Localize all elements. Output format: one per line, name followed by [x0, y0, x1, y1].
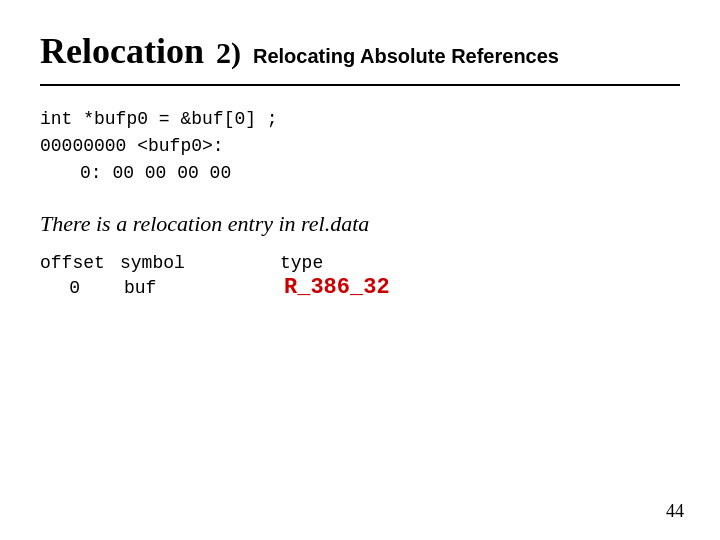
cell-offset: 0 — [40, 278, 80, 298]
code-line1: int *bufp0 = &buf[0] ; — [40, 106, 680, 133]
title-main: Relocation — [40, 30, 204, 72]
table-section: offset symbol type 0 buf R_386_32 — [40, 253, 680, 300]
header-row: Relocation 2) Relocating Absolute Refere… — [40, 30, 680, 72]
col-header-offset: offset — [40, 253, 120, 273]
table-data-row: 0 buf R_386_32 — [40, 275, 680, 300]
title-number: 2) — [216, 36, 241, 70]
code-line2: 00000000 <bufp0>: — [40, 133, 680, 160]
cell-type: R_386_32 — [284, 275, 390, 300]
table-header-row: offset symbol type — [40, 253, 680, 273]
header-divider — [40, 84, 680, 86]
code-block: int *bufp0 = &buf[0] ; 00000000 <bufp0>:… — [40, 106, 680, 187]
cell-symbol: buf — [124, 278, 224, 298]
page-number: 44 — [666, 501, 684, 522]
title-subtitle: Relocating Absolute References — [253, 45, 559, 68]
col-header-symbol: symbol — [120, 253, 280, 273]
code-line3: 0: 00 00 00 00 — [80, 160, 680, 187]
col-header-type: type — [280, 253, 440, 273]
slide-container: Relocation 2) Relocating Absolute Refere… — [0, 0, 720, 540]
section-text: There is a relocation entry in rel.data — [40, 211, 680, 237]
